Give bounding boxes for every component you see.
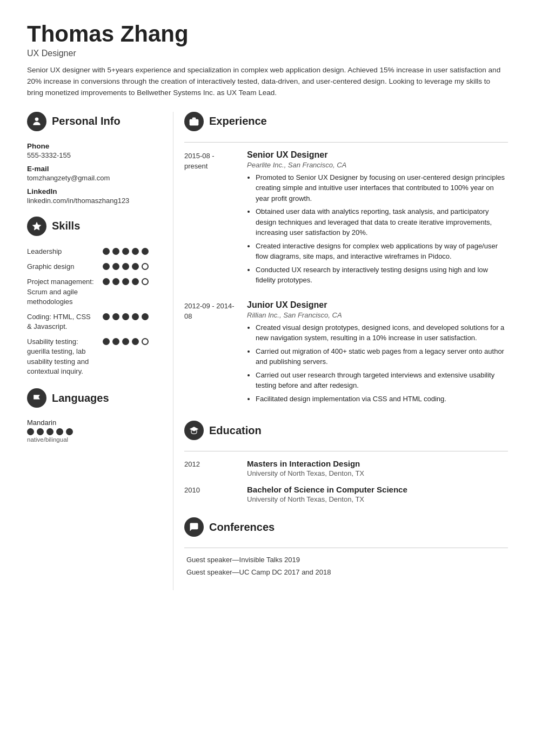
education-year: 2012	[184, 459, 238, 477]
personal-info-section: Personal Info Phone 555-3332-155 E-mail …	[27, 112, 162, 205]
dot-filled	[122, 263, 129, 270]
dot-filled	[46, 428, 54, 435]
dot-filled	[103, 338, 110, 345]
dot-filled	[112, 278, 119, 285]
left-column: Personal Info Phone 555-3332-155 E-mail …	[27, 112, 173, 448]
dot-filled	[103, 248, 110, 255]
dot-filled	[66, 428, 73, 435]
languages-heading: Languages	[52, 392, 109, 404]
skills-icon	[27, 217, 46, 236]
skill-name: Leadership	[27, 247, 97, 256]
conference-entry: Guest speaker—UC Camp DC 2017 and 2018	[186, 568, 508, 576]
language-row: Mandarinnative/bilingual	[27, 418, 162, 443]
experience-detail: Junior UX DesignerRillian Inc., San Fran…	[247, 300, 508, 407]
experience-bullet: Facilitated design implementation via CS…	[256, 394, 508, 404]
language-dots	[27, 428, 162, 435]
summary-text: Senior UX designer with 5+years experien…	[27, 65, 508, 99]
dot-filled	[132, 278, 139, 285]
education-icon	[184, 421, 204, 440]
education-list: 2012Masters in Interaction DesignUnivers…	[184, 459, 508, 503]
dot-filled	[122, 278, 129, 285]
personal-info-icon	[27, 112, 46, 131]
dot-filled	[103, 263, 110, 270]
languages-icon	[27, 388, 46, 408]
email-label: E-mail	[27, 165, 162, 173]
dot-filled	[56, 428, 63, 435]
dot-filled	[122, 248, 129, 255]
experience-bullet: Created visual design prototypes, design…	[256, 322, 508, 343]
skill-dots	[103, 248, 149, 255]
dot-filled	[142, 248, 149, 255]
skills-section: Skills LeadershipGraphic designProject m…	[27, 217, 162, 376]
email-value: tomzhangzety@gmail.com	[27, 174, 162, 182]
experience-heading: Experience	[209, 115, 267, 127]
education-detail: Masters in Interaction DesignUniversity …	[247, 459, 364, 477]
skill-row: Leadership	[27, 247, 162, 256]
skill-name: Graphic design	[27, 262, 97, 272]
skill-dots	[103, 313, 149, 320]
linkedin-label: LinkedIn	[27, 187, 162, 195]
experience-detail: Senior UX DesignerPearlite Inc., San Fra…	[247, 150, 508, 288]
experience-list: 2015-08 - presentSenior UX DesignerPearl…	[184, 150, 508, 407]
conferences-list: Guest speaker—Invisible Talks 2019Guest …	[184, 556, 508, 576]
phone-value: 555-3332-155	[27, 151, 162, 159]
education-section: Education 2012Masters in Interaction Des…	[184, 421, 508, 503]
dot-empty	[142, 338, 149, 345]
dot-empty	[142, 278, 149, 285]
dot-filled	[142, 313, 149, 320]
experience-entry: 2012-09 - 2014-08Junior UX DesignerRilli…	[184, 300, 508, 407]
dot-filled	[103, 278, 110, 285]
dot-filled	[37, 428, 44, 435]
dot-filled	[122, 338, 129, 345]
skill-name: Coding: HTML, CSS & Javascript.	[27, 312, 97, 332]
languages-section: Languages Mandarinnative/bilingual	[27, 388, 162, 443]
dot-filled	[112, 313, 119, 320]
languages-list: Mandarinnative/bilingual	[27, 418, 162, 443]
conferences-icon	[184, 517, 204, 537]
experience-bullet: Carried out migration of 400+ static web…	[256, 346, 508, 367]
dot-filled	[132, 248, 139, 255]
full-name: Thomas Zhang	[27, 22, 508, 46]
language-name: Mandarin	[27, 418, 162, 427]
experience-date: 2012-09 - 2014-08	[184, 300, 238, 407]
skill-dots	[103, 278, 149, 285]
experience-bullet: Promoted to Senior UX Designer by focusi…	[256, 172, 508, 204]
linkedin-value: linkedin.com/in/thomaszhang123	[27, 197, 162, 205]
experience-bullets: Created visual design prototypes, design…	[247, 322, 508, 404]
dot-filled	[112, 248, 119, 255]
job-title: UX Designer	[27, 49, 508, 58]
experience-company: Rillian Inc., San Francisco, CA	[247, 311, 508, 319]
experience-bullet: Carried out user research through target…	[256, 370, 508, 391]
experience-title: Senior UX Designer	[247, 150, 508, 160]
experience-bullets: Promoted to Senior UX Designer by focusi…	[247, 172, 508, 286]
experience-date: 2015-08 - present	[184, 150, 238, 288]
education-entry: 2012Masters in Interaction DesignUnivers…	[184, 459, 508, 477]
experience-company: Pearlite Inc., San Francisco, CA	[247, 161, 508, 169]
dot-filled	[27, 428, 34, 435]
svg-point-0	[35, 117, 39, 121]
header: Thomas Zhang UX Designer Senior UX desig…	[27, 22, 508, 99]
svg-rect-1	[190, 119, 199, 126]
dot-filled	[132, 313, 139, 320]
phone-label: Phone	[27, 142, 162, 150]
dot-filled	[132, 338, 139, 345]
education-school: University of North Texas, Denton, TX	[247, 495, 407, 503]
skill-name: Project management: Scrum and agile meth…	[27, 277, 97, 307]
right-column: Experience 2015-08 - presentSenior UX De…	[173, 112, 508, 591]
experience-section: Experience 2015-08 - presentSenior UX De…	[184, 112, 508, 407]
skills-list: LeadershipGraphic designProject manageme…	[27, 247, 162, 376]
dot-filled	[112, 338, 119, 345]
conferences-section: Conferences Guest speaker—Invisible Talk…	[184, 517, 508, 576]
skill-row: Project management: Scrum and agile meth…	[27, 277, 162, 307]
language-level: native/bilingual	[27, 436, 162, 443]
dot-filled	[122, 313, 129, 320]
experience-bullet: Obtained user data with analytics report…	[256, 206, 508, 238]
experience-title: Junior UX Designer	[247, 300, 508, 310]
education-detail: Bachelor of Science in Computer ScienceU…	[247, 485, 407, 503]
dot-empty	[142, 263, 149, 270]
dot-filled	[103, 313, 110, 320]
education-school: University of North Texas, Denton, TX	[247, 469, 364, 477]
experience-entry: 2015-08 - presentSenior UX DesignerPearl…	[184, 150, 508, 288]
personal-info-heading: Personal Info	[52, 115, 121, 127]
conferences-heading: Conferences	[209, 521, 275, 534]
